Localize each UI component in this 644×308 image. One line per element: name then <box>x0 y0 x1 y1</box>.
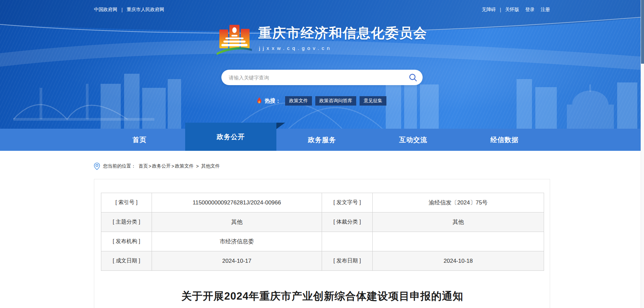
meta-label-subject-category: [ 主题分类 ] <box>101 212 152 232</box>
link-register[interactable]: 注册 <box>541 7 550 13</box>
nav-gov-disclosure[interactable]: 政务公开 <box>185 123 276 151</box>
document-meta-table: [ 索引号 ] 11500000009276281J/2024-00966 [ … <box>101 193 544 271</box>
breadcrumb-prefix: 您当前的位置： <box>103 163 136 169</box>
meta-label-index-no: [ 索引号 ] <box>101 193 152 212</box>
link-accessibility[interactable]: 无障碍 <box>482 7 496 13</box>
link-login[interactable]: 登录 <box>525 7 535 13</box>
site-logo-icon <box>217 19 252 55</box>
meta-label-doc-no: [ 发文字号 ] <box>322 193 373 212</box>
table-row: [ 主题分类 ] 其他 [ 体裁分类 ] 其他 <box>101 212 544 232</box>
hot-search-row: 热搜： 政策文件 政策咨询问答库 意见征集 <box>0 96 644 106</box>
meta-label-issuing-agency: [ 发布机构 ] <box>101 232 152 251</box>
link-care-version[interactable]: 关怀版 <box>505 7 519 13</box>
breadcrumb-separator: > <box>171 164 174 169</box>
breadcrumb-separator: > <box>149 164 151 169</box>
nav-econ-data[interactable]: 经信数据 <box>459 129 550 151</box>
page: 中国政府网 | 重庆市人民政府网 无障碍 | 关怀版 登录 注册 <box>0 0 644 308</box>
site-header: 中国政府网 | 重庆市人民政府网 无障碍 | 关怀版 登录 注册 <box>0 0 644 129</box>
meta-value-written-date: 2024-10-17 <box>152 251 322 271</box>
search-icon <box>409 73 417 82</box>
meta-label-empty <box>322 232 373 251</box>
meta-label-written-date: [ 成文日期 ] <box>101 251 152 271</box>
document-card: [ 索引号 ] 11500000009276281J/2024-00966 [ … <box>94 179 550 308</box>
meta-value-subject-category: 其他 <box>152 212 322 232</box>
scrollbar-thumb[interactable] <box>641 0 644 64</box>
breadcrumb-policy-files[interactable]: 政策文件 <box>175 163 194 169</box>
table-row: [ 索引号 ] 11500000009276281J/2024-00966 [ … <box>101 193 544 212</box>
meta-value-genre-category: 其他 <box>373 212 544 232</box>
meta-value-issuing-agency: 市经济信息委 <box>152 232 322 251</box>
flame-icon <box>256 97 263 105</box>
hot-tag-policy-files[interactable]: 政策文件 <box>285 96 312 106</box>
hot-tag-policy-qa[interactable]: 政策咨询问答库 <box>315 96 356 106</box>
breadcrumb-gov-disclosure[interactable]: 政务公开 <box>152 163 171 169</box>
top-bar-divider-2: | <box>500 7 501 12</box>
link-cq-gov[interactable]: 重庆市人民政府网 <box>127 7 164 13</box>
main-nav: 首页 政务公开 政务服务 互动交流 经信数据 <box>0 129 644 151</box>
link-china-gov[interactable]: 中国政府网 <box>94 7 117 13</box>
meta-value-empty <box>373 232 544 251</box>
scrollbar[interactable] <box>641 0 644 308</box>
breadcrumb-other-files[interactable]: 其他文件 <box>201 163 220 169</box>
top-bar: 中国政府网 | 重庆市人民政府网 无障碍 | 关怀版 登录 注册 <box>0 0 644 13</box>
nav-home[interactable]: 首页 <box>94 129 185 151</box>
search-input[interactable] <box>229 75 409 80</box>
site-title: 重庆市经济和信息化委员会 <box>258 24 427 42</box>
meta-label-publish-date: [ 发布日期 ] <box>322 251 373 271</box>
search-button[interactable] <box>409 73 417 82</box>
nav-interaction[interactable]: 互动交流 <box>368 129 459 151</box>
search-bar <box>221 70 423 85</box>
hot-tag-opinion-collect[interactable]: 意见征集 <box>360 96 386 106</box>
meta-value-publish-date: 2024-10-18 <box>373 251 544 271</box>
nav-gov-services[interactable]: 政务服务 <box>276 129 368 151</box>
meta-value-index-no: 11500000009276281J/2024-00966 <box>152 193 322 212</box>
document-title: 关于开展2024年重庆市产业创新综合体建设项目申报的通知 <box>101 289 544 303</box>
breadcrumb: 您当前的位置： 首页 > 政务公开 > 政策文件 > 其他文件 <box>94 151 550 170</box>
site-domain: jjxxw.cq.gov.cn <box>259 45 332 51</box>
hot-search-label: 热搜： <box>265 98 281 105</box>
breadcrumb-home[interactable]: 首页 <box>139 163 148 169</box>
top-bar-left: 中国政府网 | 重庆市人民政府网 <box>94 7 164 13</box>
location-pin-icon <box>94 163 100 170</box>
meta-label-genre-category: [ 体裁分类 ] <box>322 212 373 232</box>
top-bar-right: 无障碍 | 关怀版 登录 注册 <box>482 7 550 13</box>
main-content: 您当前的位置： 首页 > 政务公开 > 政策文件 > 其他文件 [ 索引号 ] … <box>0 151 644 308</box>
meta-value-doc-no: 渝经信发〔2024〕75号 <box>373 193 544 212</box>
table-row: [ 成文日期 ] 2024-10-17 [ 发布日期 ] 2024-10-18 <box>101 251 544 271</box>
top-bar-divider: | <box>121 7 123 12</box>
table-row: [ 发布机构 ] 市经济信息委 <box>101 232 544 251</box>
site-brand: 重庆市经济和信息化委员会 jjxxw.cq.gov.cn <box>0 19 644 55</box>
breadcrumb-separator: > <box>196 164 199 169</box>
